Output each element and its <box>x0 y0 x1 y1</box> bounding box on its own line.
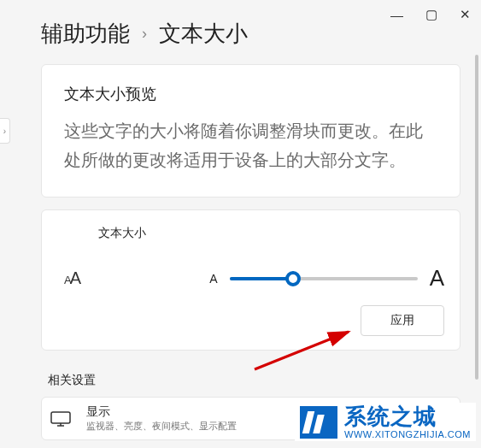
breadcrumb-current: 文本大小 <box>159 19 248 49</box>
minimize-button[interactable]: — <box>390 8 403 22</box>
watermark-url: WWW.XITONGZHIJIA.COM <box>344 429 471 439</box>
watermark-name: 系统之城 <box>344 404 471 429</box>
scrollbar[interactable] <box>475 55 478 380</box>
breadcrumb-parent[interactable]: 辅助功能 <box>41 19 130 49</box>
text-size-preview-card: 文本大小预览 这些文字的大小将随着你调整滑块而更改。在此处所做的更改将适用于设备… <box>41 64 460 197</box>
slider-thumb[interactable] <box>285 271 301 286</box>
svg-rect-0 <box>51 412 70 423</box>
close-button[interactable]: ✕ <box>460 7 471 22</box>
text-size-slider-card: 文本大小 AA A A 应用 <box>41 209 460 351</box>
chevron-right-icon: › <box>142 25 147 43</box>
left-collapsed-panel[interactable]: › <box>0 118 10 144</box>
monitor-icon <box>50 411 71 427</box>
slider-min-letter: A <box>209 272 217 286</box>
apply-button[interactable]: 应用 <box>361 305 444 336</box>
slider-label: 文本大小 <box>98 226 444 241</box>
related-settings-heading: 相关设置 <box>48 373 460 388</box>
display-item-title: 显示 <box>86 404 237 420</box>
text-size-icon: AA <box>64 268 81 288</box>
watermark: 系统之城 WWW.XITONGZHIJIA.COM <box>295 403 476 441</box>
display-item-subtitle: 监视器、亮度、夜间模式、显示配置 <box>86 420 237 433</box>
maximize-button[interactable]: ▢ <box>425 7 437 22</box>
preview-title: 文本大小预览 <box>64 84 437 104</box>
preview-body: 这些文字的大小将随着你调整滑块而更改。在此处所做的更改将适用于设备上的大部分文字… <box>64 116 437 174</box>
slider-max-letter: A <box>430 265 444 292</box>
watermark-logo-icon <box>300 406 337 439</box>
text-size-slider[interactable] <box>230 272 418 286</box>
